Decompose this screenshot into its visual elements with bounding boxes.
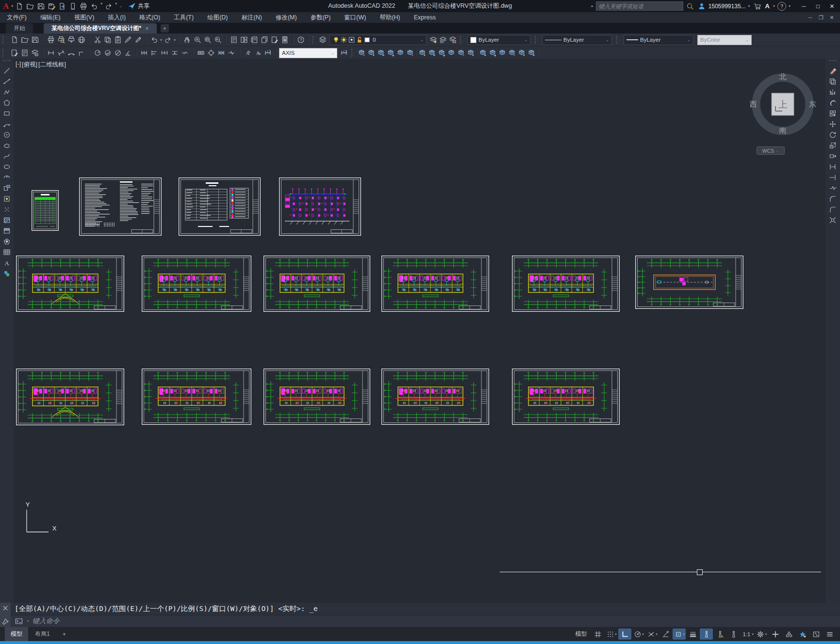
drawing-sheet-plan-1[interactable]: [16, 256, 124, 312]
calc-icon[interactable]: [280, 35, 290, 45]
status-toggle-menu[interactable]: [823, 628, 836, 640]
offset-icon[interactable]: [828, 98, 838, 108]
search-icon[interactable]: [685, 1, 695, 11]
properties-icon[interactable]: [229, 35, 239, 45]
ellipse-icon[interactable]: [2, 162, 12, 172]
app-menu-caret-icon[interactable]: ▾: [11, 4, 14, 8]
drawing-sheet-plan-8[interactable]: [264, 369, 370, 425]
drawing-sheet-plan-4[interactable]: [381, 256, 489, 312]
zoom-in-icon[interactable]: [193, 35, 202, 45]
redo-icon[interactable]: [163, 35, 173, 45]
app-store-cart-icon[interactable]: [753, 1, 762, 11]
separate-icon[interactable]: [507, 48, 517, 58]
make-block-icon[interactable]: [2, 194, 12, 204]
toolbar-grip[interactable]: [313, 36, 316, 44]
device-icon[interactable]: [68, 1, 78, 11]
palettes-icon[interactable]: [249, 35, 259, 45]
toolbar-grip[interactable]: [535, 36, 538, 44]
help-icon[interactable]: ?: [296, 35, 306, 45]
move-icon[interactable]: [828, 119, 838, 129]
command-close-icon[interactable]: [1, 604, 9, 612]
layer-states-icon[interactable]: [30, 48, 40, 58]
qat-customize-icon[interactable]: ⌄: [118, 4, 123, 8]
dim-baseline-icon[interactable]: [149, 48, 159, 58]
account-name[interactable]: 1505999135...: [708, 3, 746, 10]
layer-prev-icon[interactable]: [438, 35, 448, 45]
dim-update-icon[interactable]: [339, 48, 349, 58]
linetype-combo[interactable]: ByLayer ⌄: [542, 35, 612, 45]
toolbar-grip[interactable]: [2, 49, 6, 57]
ellipse-arc-icon[interactable]: [2, 173, 12, 182]
shell-icon[interactable]: [517, 48, 527, 58]
polygon-icon[interactable]: [2, 98, 12, 108]
status-toggle-clean-screen[interactable]: [809, 628, 823, 640]
erase-icon[interactable]: [828, 66, 838, 76]
mtext-icon[interactable]: A: [2, 258, 12, 268]
minimize-button[interactable]: ─: [797, 0, 811, 12]
dim-style-combo[interactable]: AXIS ⌄: [279, 48, 337, 58]
doc-restore-button[interactable]: ❐: [816, 15, 826, 21]
line-icon[interactable]: [2, 66, 12, 76]
palette-icon[interactable]: [2, 269, 12, 278]
doc-minimize-button[interactable]: ─: [805, 15, 816, 21]
extrude-faces-icon[interactable]: [386, 48, 395, 58]
drawing-sheet-plan-2[interactable]: [142, 256, 251, 312]
toolbar-grip[interactable]: [616, 36, 620, 44]
break-icon[interactable]: [828, 183, 838, 193]
status-toggle-iso[interactable]: ▾: [645, 628, 659, 640]
status-toggle-anno-auto[interactable]: [713, 628, 726, 640]
dim-update-icon[interactable]: [263, 48, 273, 58]
viewport-control-0[interactable]: [-]: [16, 61, 21, 69]
rotate-icon[interactable]: [828, 130, 838, 140]
status-toggle-anno-all[interactable]: [727, 628, 740, 640]
command-input-line[interactable]: ▾ 键入命令: [11, 615, 840, 628]
cut-icon[interactable]: [93, 35, 102, 45]
menu-item-5[interactable]: 工具(T): [167, 12, 200, 23]
close-button[interactable]: ✕: [825, 0, 839, 12]
web-icon[interactable]: [77, 35, 86, 45]
menu-item-6[interactable]: 绘图(D): [200, 12, 234, 23]
account-caret-icon[interactable]: ▾: [748, 4, 751, 8]
color-edges-icon[interactable]: [478, 48, 488, 58]
layer-states-icon[interactable]: [448, 35, 458, 45]
status-toggle-ortho[interactable]: [618, 628, 631, 640]
autodesk-icon[interactable]: A: [764, 2, 771, 10]
polyline-icon[interactable]: [2, 87, 12, 97]
tab-start[interactable]: 开始: [6, 23, 33, 33]
pan-icon[interactable]: [182, 35, 192, 45]
drawing-sheet-plan-6[interactable]: [16, 369, 124, 425]
layer-properties-icon[interactable]: [318, 35, 328, 45]
view-cube[interactable]: 上 北 南 西 东: [746, 68, 819, 146]
zoom-window-icon[interactable]: [203, 35, 213, 45]
autocad-logo-icon[interactable]: A: [2, 1, 10, 12]
union-icon[interactable]: [357, 48, 366, 58]
print-preview-icon[interactable]: [56, 35, 66, 45]
menu-item-3[interactable]: 插入(I): [101, 12, 132, 23]
drawing-canvas[interactable]: [-][俯视][二维线框] 上 北 南 西 东 WCS⌄ Y X: [14, 59, 825, 603]
dim-inspect-icon[interactable]: [216, 48, 226, 58]
command-prompt-caret-icon[interactable]: ▾: [26, 619, 30, 623]
menu-item-0[interactable]: 文件(F): [0, 12, 33, 23]
tab-add-button[interactable]: +: [161, 24, 169, 32]
layout-tab-add-button[interactable]: +: [57, 627, 72, 641]
tab-active-document[interactable]: 某电信公司综合楼VRV空调设计图* ×: [44, 23, 157, 33]
status-toggle-plus[interactable]: [769, 628, 782, 640]
move-faces-icon[interactable]: [395, 48, 405, 58]
explode-icon[interactable]: [828, 215, 838, 225]
redo-caret-icon[interactable]: ▾: [115, 1, 117, 11]
scale-icon[interactable]: [828, 141, 838, 150]
designcenter-icon[interactable]: [239, 35, 249, 45]
trim-icon[interactable]: [828, 162, 838, 172]
open-icon[interactable]: [20, 35, 30, 45]
account-icon[interactable]: [697, 1, 707, 11]
check-icon[interactable]: [527, 48, 536, 58]
dim-diameter-icon[interactable]: [113, 48, 123, 58]
mirror-icon[interactable]: [828, 87, 838, 97]
rectangle-icon[interactable]: [2, 109, 12, 118]
paste-icon[interactable]: [113, 35, 123, 45]
array-icon[interactable]: [828, 109, 838, 118]
region-icon[interactable]: [2, 237, 12, 246]
status-toggle-performance[interactable]: [796, 628, 809, 640]
drawing-sheet-plan-3[interactable]: [264, 256, 370, 312]
save-icon[interactable]: [36, 1, 46, 11]
